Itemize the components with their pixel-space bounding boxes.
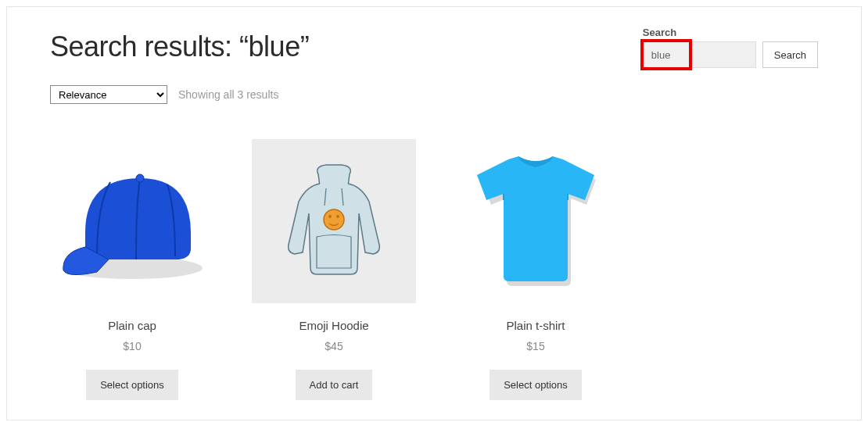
- svg-point-5: [328, 215, 332, 218]
- tshirt-icon: [460, 145, 612, 298]
- product-price: $10: [50, 340, 214, 352]
- svg-point-1: [136, 174, 144, 182]
- product-image[interactable]: [50, 139, 214, 303]
- product-title: Emoji Hoodie: [252, 319, 416, 332]
- product-card: Plain t-shirt $15 Select options: [454, 139, 618, 400]
- cap-icon: [54, 155, 210, 288]
- product-title: Plain t-shirt: [454, 319, 618, 332]
- search-widget: Search Search: [643, 27, 818, 68]
- product-title: Plain cap: [50, 319, 214, 332]
- search-input-wrap: [643, 41, 756, 68]
- product-image[interactable]: [454, 139, 618, 303]
- product-price: $15: [454, 340, 618, 352]
- search-input[interactable]: [643, 41, 756, 68]
- sort-select[interactable]: Relevance: [50, 85, 167, 104]
- add-to-cart-button[interactable]: Add to cart: [296, 370, 373, 400]
- select-options-button[interactable]: Select options: [86, 370, 178, 400]
- search-label: Search: [643, 27, 818, 38]
- products-grid: Plain cap $10 Select options Emoji: [50, 139, 818, 400]
- controls-row: Relevance Showing all 3 results: [50, 85, 818, 104]
- product-price: $45: [252, 340, 416, 352]
- header-row: Search results: “blue” Search Search: [50, 30, 818, 68]
- search-button[interactable]: Search: [762, 41, 818, 68]
- page-title: Search results: “blue”: [50, 30, 309, 63]
- product-card: Plain cap $10 Select options: [50, 139, 214, 400]
- svg-point-6: [336, 215, 339, 218]
- results-count: Showing all 3 results: [178, 88, 278, 101]
- hoodie-icon: [279, 159, 389, 284]
- product-card: Emoji Hoodie $45 Add to cart: [252, 139, 416, 400]
- product-image[interactable]: [252, 139, 416, 303]
- svg-point-4: [324, 209, 344, 230]
- select-options-button[interactable]: Select options: [490, 370, 582, 400]
- search-row: Search: [643, 41, 818, 68]
- page-container: Search results: “blue” Search Search Rel…: [6, 6, 862, 420]
